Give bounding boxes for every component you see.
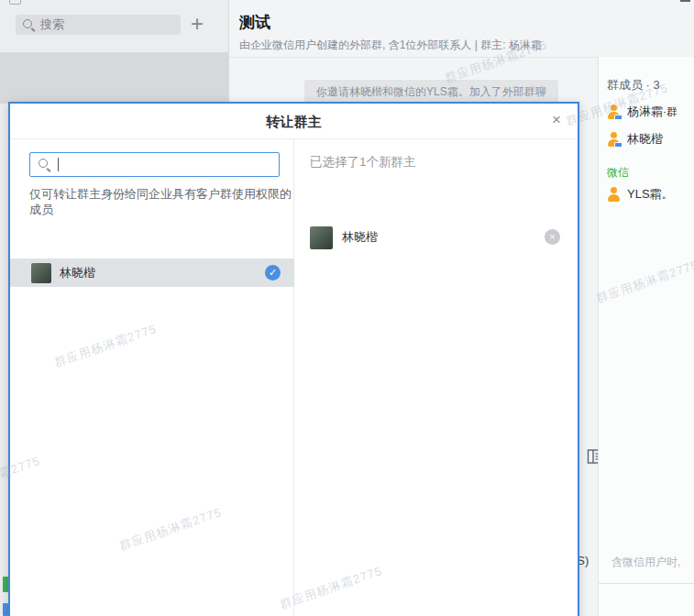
dialog-title: 转让群主 <box>10 114 578 131</box>
avatar <box>310 226 333 249</box>
avatar <box>31 263 51 283</box>
check-icon[interactable]: ✓ <box>265 265 281 280</box>
search-icon <box>23 19 35 31</box>
remove-icon[interactable]: × <box>545 229 560 245</box>
member-row-owner[interactable]: 杨淋霜·群 <box>607 104 677 120</box>
chat-header-subtitle: 由企业微信用户创建的外部群, 含1位外部联系人 | 群主: 杨淋霜 <box>239 38 542 53</box>
wechat-person-icon <box>607 187 621 202</box>
group-info-sidebar: 群成员 · 3 杨淋霜·群 林晓楷 微信 YLS霜。 含微信用户时, <box>598 57 694 616</box>
search-input[interactable]: 搜索 <box>16 15 181 35</box>
search-icon <box>39 159 50 170</box>
system-message: 你邀请林晓楷和微信的YLS霜。加入了外部群聊 <box>304 80 558 104</box>
app-window: 搜索 + 测试 外部 你修改群名为“测... 1分钟前 测试 由企业微信用户创建… <box>0 0 694 616</box>
selected-member-name: 林晓楷 <box>342 229 378 246</box>
dialog-hint-text: 仅可转让群主身份给同企业具有客户群使用权限的成员 <box>29 186 292 217</box>
chat-header-title: 测试 <box>239 12 270 33</box>
sidebar-divider <box>599 583 694 584</box>
add-chat-button[interactable]: + <box>185 11 209 37</box>
selected-member-row: 林晓楷 × <box>310 226 562 249</box>
clipped-minimize-icon <box>680 0 690 2</box>
member-name: YLS霜。 <box>627 186 674 203</box>
search-placeholder: 搜索 <box>40 16 64 33</box>
member-row[interactable]: 林晓楷 <box>607 131 663 148</box>
candidate-row-selected[interactable]: 林晓楷 ✓ <box>10 258 294 287</box>
corp-person-icon <box>607 132 621 147</box>
close-icon[interactable]: × <box>546 110 567 130</box>
group-members-header: 群成员 · 3 <box>607 77 660 94</box>
candidate-name: 林晓楷 <box>60 265 95 281</box>
clipped-top-icon <box>9 0 21 5</box>
member-name: 杨淋霜 <box>627 104 663 120</box>
wechat-section-label: 微信 <box>607 165 629 181</box>
dialog-member-list-panel: 仅可转让群主身份给同企业具有客户群使用权限的成员 林晓楷 ✓ <box>10 139 294 616</box>
corp-person-icon <box>607 104 621 119</box>
member-row-wechat[interactable]: YLS霜。 <box>607 186 674 203</box>
text-caret <box>58 158 59 171</box>
chat-list-item-selected[interactable]: 测试 外部 你修改群名为“测... 1分钟前 <box>0 52 228 104</box>
dialog-selected-panel: 已选择了1个新群主 林晓楷 × 确定 取消 <box>294 139 578 616</box>
selected-count-header: 已选择了1个新群主 <box>310 154 416 170</box>
transfer-owner-dialog: 转让群主 × 仅可转让群主身份给同企业具有客户群使用权限的成员 林晓楷 ✓ 已选… <box>8 102 579 616</box>
wechat-note-fragment: 含微信用户时, <box>611 555 680 570</box>
member-suffix: ·群 <box>663 104 677 120</box>
member-name: 林晓楷 <box>627 131 663 148</box>
dialog-search-input[interactable] <box>29 152 280 177</box>
